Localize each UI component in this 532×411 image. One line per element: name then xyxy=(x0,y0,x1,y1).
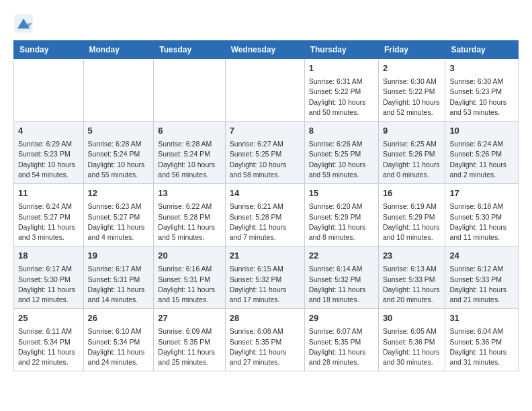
day-cell: 27Sunrise: 6:09 AMSunset: 5:35 PMDayligh… xyxy=(154,309,225,371)
day-cell: 23Sunrise: 6:13 AMSunset: 5:33 PMDayligh… xyxy=(378,246,445,309)
day-cell: 24Sunrise: 6:12 AMSunset: 5:33 PMDayligh… xyxy=(445,246,519,309)
day-cell: 12Sunrise: 6:23 AMSunset: 5:27 PMDayligh… xyxy=(83,184,154,246)
day-info: Sunrise: 6:13 AMSunset: 5:33 PMDaylight:… xyxy=(383,264,441,305)
day-info: Sunrise: 6:24 AMSunset: 5:26 PMDaylight:… xyxy=(449,139,514,180)
day-number: 14 xyxy=(230,187,300,199)
day-cell xyxy=(14,59,84,122)
day-cell: 17Sunrise: 6:18 AMSunset: 5:30 PMDayligh… xyxy=(445,184,519,246)
day-info: Sunrise: 6:30 AMSunset: 5:22 PMDaylight:… xyxy=(383,77,441,118)
col-header-wednesday: Wednesday xyxy=(225,41,304,59)
day-number: 19 xyxy=(88,250,150,262)
day-cell: 22Sunrise: 6:14 AMSunset: 5:32 PMDayligh… xyxy=(304,246,378,309)
day-cell: 9Sunrise: 6:25 AMSunset: 5:26 PMDaylight… xyxy=(378,122,445,184)
day-info: Sunrise: 6:21 AMSunset: 5:28 PMDaylight:… xyxy=(230,201,300,242)
day-info: Sunrise: 6:16 AMSunset: 5:31 PMDaylight:… xyxy=(158,264,220,305)
day-cell: 3Sunrise: 6:30 AMSunset: 5:23 PMDaylight… xyxy=(445,59,519,122)
day-cell: 31Sunrise: 6:04 AMSunset: 5:36 PMDayligh… xyxy=(445,309,519,371)
day-cell: 21Sunrise: 6:15 AMSunset: 5:32 PMDayligh… xyxy=(225,246,304,309)
day-cell: 13Sunrise: 6:22 AMSunset: 5:28 PMDayligh… xyxy=(154,184,225,246)
col-header-tuesday: Tuesday xyxy=(154,41,225,59)
day-cell: 26Sunrise: 6:10 AMSunset: 5:34 PMDayligh… xyxy=(83,309,154,371)
day-number: 1 xyxy=(309,62,374,75)
day-number: 16 xyxy=(383,187,441,199)
day-number: 30 xyxy=(383,312,441,324)
day-number: 21 xyxy=(230,250,300,262)
day-info: Sunrise: 6:26 AMSunset: 5:25 PMDaylight:… xyxy=(309,139,374,180)
col-header-monday: Monday xyxy=(83,41,154,59)
day-number: 24 xyxy=(449,250,514,262)
day-info: Sunrise: 6:07 AMSunset: 5:35 PMDaylight:… xyxy=(309,326,374,367)
day-number: 15 xyxy=(309,187,374,199)
day-cell: 5Sunrise: 6:28 AMSunset: 5:24 PMDaylight… xyxy=(83,122,154,184)
logo xyxy=(13,13,36,34)
day-cell: 18Sunrise: 6:17 AMSunset: 5:30 PMDayligh… xyxy=(14,246,84,309)
day-cell: 1Sunrise: 6:31 AMSunset: 5:22 PMDaylight… xyxy=(304,59,378,122)
day-cell: 30Sunrise: 6:05 AMSunset: 5:36 PMDayligh… xyxy=(378,309,445,371)
day-number: 23 xyxy=(383,250,441,262)
day-number: 26 xyxy=(88,312,150,324)
day-info: Sunrise: 6:17 AMSunset: 5:30 PMDaylight:… xyxy=(18,264,79,305)
day-info: Sunrise: 6:22 AMSunset: 5:28 PMDaylight:… xyxy=(158,201,220,242)
logo-icon xyxy=(13,13,34,34)
day-cell: 28Sunrise: 6:08 AMSunset: 5:35 PMDayligh… xyxy=(225,309,304,371)
day-number: 12 xyxy=(88,187,150,199)
col-header-friday: Friday xyxy=(378,41,445,59)
day-number: 13 xyxy=(158,187,220,199)
page-header xyxy=(13,13,519,34)
day-info: Sunrise: 6:29 AMSunset: 5:23 PMDaylight:… xyxy=(18,139,79,180)
day-cell: 14Sunrise: 6:21 AMSunset: 5:28 PMDayligh… xyxy=(225,184,304,246)
day-number: 28 xyxy=(230,312,300,324)
day-info: Sunrise: 6:12 AMSunset: 5:33 PMDaylight:… xyxy=(449,264,514,305)
day-info: Sunrise: 6:14 AMSunset: 5:32 PMDaylight:… xyxy=(309,264,374,305)
day-info: Sunrise: 6:09 AMSunset: 5:35 PMDaylight:… xyxy=(158,326,220,367)
day-cell: 20Sunrise: 6:16 AMSunset: 5:31 PMDayligh… xyxy=(154,246,225,309)
day-cell: 10Sunrise: 6:24 AMSunset: 5:26 PMDayligh… xyxy=(445,122,519,184)
day-cell: 2Sunrise: 6:30 AMSunset: 5:22 PMDaylight… xyxy=(378,59,445,122)
day-number: 17 xyxy=(449,187,514,199)
day-cell xyxy=(225,59,304,122)
day-info: Sunrise: 6:31 AMSunset: 5:22 PMDaylight:… xyxy=(309,77,374,118)
day-cell xyxy=(83,59,154,122)
day-number: 4 xyxy=(18,125,79,137)
col-header-sunday: Sunday xyxy=(14,41,84,59)
week-row-5: 25Sunrise: 6:11 AMSunset: 5:34 PMDayligh… xyxy=(14,309,519,371)
day-info: Sunrise: 6:28 AMSunset: 5:24 PMDaylight:… xyxy=(158,139,220,180)
day-number: 7 xyxy=(230,125,300,137)
day-cell: 29Sunrise: 6:07 AMSunset: 5:35 PMDayligh… xyxy=(304,309,378,371)
day-info: Sunrise: 6:05 AMSunset: 5:36 PMDaylight:… xyxy=(383,326,441,367)
day-cell: 8Sunrise: 6:26 AMSunset: 5:25 PMDaylight… xyxy=(304,122,378,184)
week-row-4: 18Sunrise: 6:17 AMSunset: 5:30 PMDayligh… xyxy=(14,246,519,309)
day-cell: 4Sunrise: 6:29 AMSunset: 5:23 PMDaylight… xyxy=(14,122,84,184)
day-number: 20 xyxy=(158,250,220,262)
header-row: SundayMondayTuesdayWednesdayThursdayFrid… xyxy=(14,41,519,59)
col-header-thursday: Thursday xyxy=(304,41,378,59)
day-number: 9 xyxy=(383,125,441,137)
day-cell: 6Sunrise: 6:28 AMSunset: 5:24 PMDaylight… xyxy=(154,122,225,184)
day-number: 27 xyxy=(158,312,220,324)
day-cell: 15Sunrise: 6:20 AMSunset: 5:29 PMDayligh… xyxy=(304,184,378,246)
day-cell: 11Sunrise: 6:24 AMSunset: 5:27 PMDayligh… xyxy=(14,184,84,246)
week-row-1: 1Sunrise: 6:31 AMSunset: 5:22 PMDaylight… xyxy=(14,59,519,122)
day-cell: 25Sunrise: 6:11 AMSunset: 5:34 PMDayligh… xyxy=(14,309,84,371)
day-number: 8 xyxy=(309,125,374,137)
day-number: 5 xyxy=(88,125,150,137)
day-cell xyxy=(154,59,225,122)
col-header-saturday: Saturday xyxy=(445,41,519,59)
day-info: Sunrise: 6:27 AMSunset: 5:25 PMDaylight:… xyxy=(230,139,300,180)
day-number: 2 xyxy=(383,62,441,75)
day-number: 10 xyxy=(449,125,514,137)
day-info: Sunrise: 6:30 AMSunset: 5:23 PMDaylight:… xyxy=(449,77,514,118)
day-info: Sunrise: 6:19 AMSunset: 5:29 PMDaylight:… xyxy=(383,201,441,242)
day-cell: 7Sunrise: 6:27 AMSunset: 5:25 PMDaylight… xyxy=(225,122,304,184)
day-number: 29 xyxy=(309,312,374,324)
day-info: Sunrise: 6:25 AMSunset: 5:26 PMDaylight:… xyxy=(383,139,441,180)
day-info: Sunrise: 6:08 AMSunset: 5:35 PMDaylight:… xyxy=(230,326,300,367)
day-number: 6 xyxy=(158,125,220,137)
day-info: Sunrise: 6:23 AMSunset: 5:27 PMDaylight:… xyxy=(88,201,150,242)
day-number: 18 xyxy=(18,250,79,262)
day-info: Sunrise: 6:04 AMSunset: 5:36 PMDaylight:… xyxy=(449,326,514,367)
day-info: Sunrise: 6:20 AMSunset: 5:29 PMDaylight:… xyxy=(309,201,374,242)
week-row-3: 11Sunrise: 6:24 AMSunset: 5:27 PMDayligh… xyxy=(14,184,519,246)
day-number: 25 xyxy=(18,312,79,324)
day-info: Sunrise: 6:15 AMSunset: 5:32 PMDaylight:… xyxy=(230,264,300,305)
